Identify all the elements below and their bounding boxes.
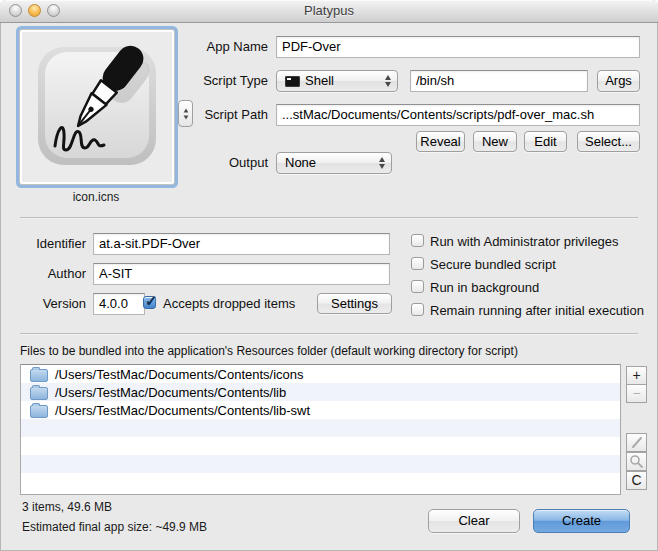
new-button[interactable]: New — [473, 131, 517, 152]
reveal-file-button[interactable] — [626, 452, 647, 471]
file-row[interactable]: /Users/TestMac/Documents/Contents/icons — [21, 365, 620, 383]
edit-file-button[interactable] — [626, 433, 647, 452]
window-controls — [9, 4, 60, 17]
empty-row — [21, 437, 620, 455]
remain-running-label: Remain running after initial execution — [430, 303, 644, 318]
edit-button[interactable]: Edit — [524, 131, 567, 152]
secure-script-label: Secure bundled script — [430, 257, 556, 272]
run-background-checkbox[interactable] — [411, 280, 424, 293]
empty-row — [21, 473, 620, 491]
version-label: Version — [0, 293, 86, 315]
run-background-label: Run in background — [430, 280, 539, 295]
title-bar[interactable]: Platypus — [0, 0, 658, 23]
remove-file-button[interactable]: − — [626, 384, 647, 403]
select-button[interactable]: Select... — [577, 131, 640, 152]
contents-button[interactable]: C — [626, 471, 647, 490]
estimated-size-status: Estimated final app size: ~49.9 MB — [22, 520, 207, 534]
empty-row — [21, 419, 620, 437]
author-label: Author — [0, 263, 86, 285]
identifier-label: Identifier — [0, 233, 86, 255]
run-admin-label: Run with Administrator privileges — [430, 234, 619, 249]
accepts-dropped-checkbox[interactable] — [143, 296, 156, 309]
bundled-files-list[interactable]: /Users/TestMac/Documents/Contents/icons … — [20, 364, 621, 495]
output-popup[interactable]: None — [276, 152, 392, 174]
script-type-label: Script Type — [110, 70, 268, 92]
script-type-popup[interactable]: Shell — [276, 70, 398, 92]
popup-arrows-icon — [379, 157, 385, 169]
interpreter-field[interactable]: /bin/sh — [410, 70, 588, 92]
items-size-status: 3 items, 49.6 MB — [22, 500, 112, 514]
separator — [20, 217, 638, 219]
separator — [20, 333, 638, 335]
version-field[interactable]: 4.0.0 — [93, 293, 145, 315]
empty-row — [21, 455, 620, 473]
app-name-field[interactable]: PDF-Over — [276, 36, 640, 58]
app-name-label: App Name — [110, 36, 268, 58]
script-path-field[interactable]: ...stMac/Documents/Contents/scripts/pdf-… — [276, 104, 640, 126]
zoom-button-icon[interactable] — [47, 4, 60, 17]
reveal-button[interactable]: Reveal — [416, 131, 465, 152]
magnifier-icon — [628, 454, 645, 469]
close-button-icon[interactable] — [9, 4, 22, 17]
minimize-button-icon[interactable] — [28, 4, 41, 17]
output-value: None — [285, 153, 316, 173]
script-path-label: Script Path — [110, 104, 268, 126]
terminal-icon — [285, 76, 300, 87]
folder-icon — [30, 387, 48, 400]
output-label: Output — [110, 152, 268, 174]
file-path: /Users/TestMac/Documents/Contents/lib — [55, 385, 286, 400]
secure-script-checkbox[interactable] — [411, 257, 424, 270]
icon-filename-label: icon.icns — [18, 190, 174, 204]
popup-arrows-icon — [385, 75, 391, 87]
window-title: Platypus — [0, 0, 658, 22]
clear-button[interactable]: Clear — [428, 509, 520, 533]
file-row[interactable]: /Users/TestMac/Documents/Contents/lib — [21, 383, 620, 401]
file-path: /Users/TestMac/Documents/Contents/icons — [55, 367, 304, 382]
remain-running-checkbox[interactable] — [411, 303, 424, 316]
add-file-button[interactable]: + — [626, 366, 647, 385]
script-type-value: Shell — [305, 71, 334, 91]
files-section-label: Files to be bundled into the application… — [20, 344, 518, 358]
author-field[interactable]: A-SIT — [93, 263, 390, 285]
run-admin-checkbox[interactable] — [411, 234, 424, 247]
identifier-field[interactable]: at.a-sit.PDF-Over — [93, 233, 390, 255]
file-path: /Users/TestMac/Documents/Contents/lib-sw… — [55, 403, 310, 418]
file-row[interactable]: /Users/TestMac/Documents/Contents/lib-sw… — [21, 401, 620, 419]
args-button[interactable]: Args — [597, 70, 640, 92]
accepts-dropped-label: Accepts dropped items — [163, 296, 295, 311]
pencil-icon — [628, 435, 645, 450]
platypus-window: Platypus — [0, 0, 658, 551]
settings-button[interactable]: Settings — [317, 293, 392, 314]
folder-icon — [30, 405, 48, 418]
folder-icon — [30, 369, 48, 382]
create-button[interactable]: Create — [533, 509, 630, 533]
